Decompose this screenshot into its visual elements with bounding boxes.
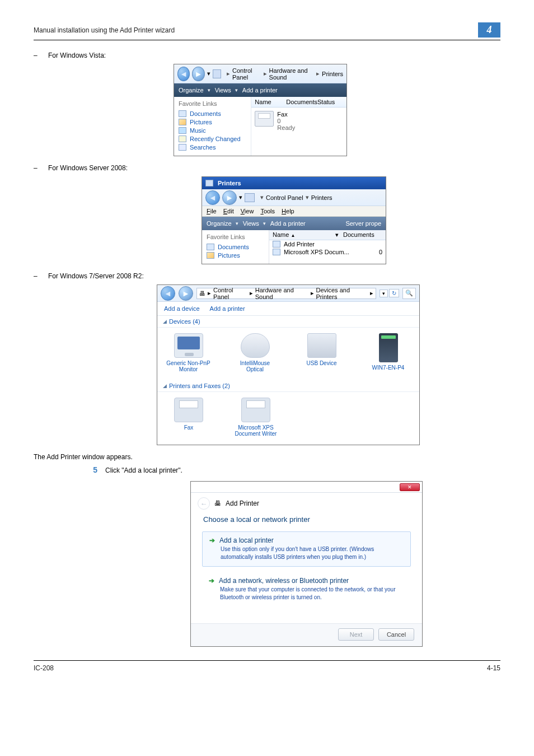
menu-tools[interactable]: Tools	[260, 208, 275, 214]
step-5-text: Click "Add a local printer".	[105, 466, 182, 474]
option-local-desc: Use this option only if you don't have a…	[221, 545, 404, 561]
nav-back-button[interactable]: ◄	[205, 190, 220, 205]
toolbar-views[interactable]: Views	[215, 87, 238, 94]
option-network-desc: Make sure that your computer is connecte…	[220, 586, 404, 601]
breadcrumb[interactable]: ▾ Control Panel ▾ Printers	[260, 194, 332, 201]
nav-back-button[interactable]: ◄	[161, 286, 175, 301]
device-fax[interactable]: Fax	[166, 398, 211, 437]
crumb-printers[interactable]: Printers	[322, 71, 343, 77]
bullet-text-vista: For Windows Vista:	[48, 52, 106, 59]
crumb-control-panel[interactable]: Control Panel	[266, 194, 303, 201]
favlink-searches[interactable]: Searches	[179, 144, 246, 151]
breadcrumb[interactable]: ▸ Control Panel ▸ Hardware and Sound ▸ P…	[227, 67, 343, 81]
menu-view[interactable]: View	[241, 208, 254, 214]
toolbar-add-printer[interactable]: Add a printer	[242, 87, 278, 94]
pictures-icon	[207, 252, 214, 259]
music-icon	[179, 127, 186, 134]
list-item-xps[interactable]: Microsoft XPS Docum... 0	[269, 248, 386, 256]
device-usb[interactable]: USB Device	[299, 333, 344, 372]
search-input[interactable]: 🔍	[402, 288, 416, 299]
nav-forward-button[interactable]: ►	[192, 67, 204, 81]
toolbar-organize[interactable]: Organize	[179, 87, 210, 94]
dialog-title: Add Printer	[226, 500, 259, 507]
step-number-5: 5	[90, 465, 97, 474]
page-header-title: Manual installation using the Add Printe…	[34, 26, 175, 34]
menu-file[interactable]: File	[207, 208, 217, 214]
add-printer-link[interactable]: Add a printer	[210, 305, 245, 312]
devices-icon: 🖶	[199, 290, 205, 297]
list-item-add-printer[interactable]: Add Printer	[269, 240, 386, 248]
monitor-icon	[174, 333, 203, 358]
address-bar[interactable]: 🖶 ▸ Control Panel▸ Hardware and Sound▸ D…	[196, 288, 376, 299]
col-documents[interactable]: Documents	[343, 231, 382, 239]
fax-icon	[174, 398, 203, 422]
col-name[interactable]: Name ▲	[273, 231, 335, 239]
nav-forward-button[interactable]: ►	[179, 286, 193, 301]
column-headers[interactable]: Name ▲ ▾ Documents	[269, 230, 386, 240]
printer-item-fax[interactable]: Fax 0 Ready	[251, 108, 346, 134]
favlink-documents[interactable]: Documents	[207, 244, 264, 250]
collapse-icon: ◢	[163, 383, 167, 389]
favlink-documents[interactable]: Documents	[179, 110, 246, 117]
arrow-icon: ➔	[209, 536, 215, 544]
device-xps[interactable]: Microsoft XPS Document Writer	[233, 398, 278, 437]
toolbar-add-printer[interactable]: Add a printer	[270, 220, 306, 227]
printer-icon	[273, 249, 280, 255]
option-add-network-printer[interactable]: ➔Add a network, wireless or Bluetooth pr…	[202, 572, 411, 606]
fax-icon	[255, 111, 274, 127]
confirmation-text: The Add Printer window appears.	[34, 453, 500, 461]
footer-page-number: 4-15	[487, 664, 500, 672]
col-sep: ▾	[335, 231, 343, 239]
crumb-control-panel[interactable]: Control Panel	[232, 67, 261, 81]
col-documents[interactable]: Documents	[286, 99, 317, 105]
refresh-button[interactable]: ↻	[389, 289, 399, 297]
toolbar-organize[interactable]: Organize	[207, 220, 238, 227]
add-printer-icon	[273, 241, 280, 248]
toolbar-views[interactable]: Views	[243, 220, 266, 227]
arrow-icon: ➔	[209, 577, 214, 585]
col-status[interactable]: Status	[317, 99, 343, 105]
group-devices-header[interactable]: ◢Devices (4)	[157, 316, 419, 328]
menu-bar[interactable]: File Edit View Tools Help	[202, 206, 386, 217]
add-device-link[interactable]: Add a device	[164, 305, 200, 312]
favorite-links-label: Favorite Links	[207, 234, 264, 240]
device-pc[interactable]: WIN7-EN-P4	[366, 333, 410, 372]
close-button[interactable]: ✕	[400, 483, 420, 491]
dialog-back-button[interactable]: ←	[198, 497, 210, 510]
recently-changed-icon	[179, 136, 186, 142]
documents-icon	[179, 110, 186, 117]
crumb-printers[interactable]: Printers	[311, 194, 332, 201]
search-icon: 🔍	[405, 290, 413, 297]
favlink-recent[interactable]: Recently Changed	[179, 136, 246, 142]
bullet-dash: –	[34, 52, 39, 59]
group-printers-header[interactable]: ◢Printers and Faxes (2)	[157, 380, 419, 392]
device-mouse[interactable]: IntelliMouse Optical	[233, 333, 277, 372]
cancel-button[interactable]: Cancel	[378, 628, 414, 641]
favlink-pictures[interactable]: Pictures	[207, 252, 264, 259]
next-button[interactable]: Next	[338, 628, 374, 641]
crumb-hardware-sound[interactable]: Hardware and Sound	[269, 67, 314, 81]
bullet-text-win7: For Windows 7/Server 2008 R2:	[48, 272, 144, 280]
bullet-dash: –	[34, 164, 39, 172]
menu-edit[interactable]: Edit	[223, 208, 234, 214]
menu-help[interactable]: Help	[282, 208, 294, 214]
option-add-local-printer[interactable]: ➔Add a local printer Use this option onl…	[202, 531, 411, 567]
searches-icon	[179, 144, 186, 151]
column-headers[interactable]: Name Documents Status	[251, 97, 346, 108]
col-name[interactable]: Name	[255, 99, 286, 105]
favorite-links-label: Favorite Links	[179, 100, 246, 107]
screenshot-server2008: Printers ◄ ► ▾ ▾ Control Panel ▾ Printer…	[202, 176, 386, 264]
favlink-pictures[interactable]: Pictures	[179, 119, 246, 125]
screenshot-add-printer-dialog: ✕ ← 🖶 Add Printer Choose a local or netw…	[190, 481, 423, 647]
addr-dropdown[interactable]: ▾	[380, 290, 388, 297]
nav-forward-button[interactable]: ►	[222, 190, 237, 205]
toolbar-server-properties[interactable]: Server prope	[345, 220, 381, 227]
nav-back-button[interactable]: ◄	[177, 67, 190, 81]
screenshot-win7: ◄ ► 🖶 ▸ Control Panel▸ Hardware and Soun…	[157, 284, 420, 445]
printer-folder-icon	[245, 193, 255, 202]
printer-icon	[241, 398, 270, 422]
screenshot-vista: ◄ ► ▾ ▸ Control Panel ▸ Hardware and Sou…	[174, 64, 347, 156]
favlink-music[interactable]: Music	[179, 127, 246, 134]
fax-name: Fax	[277, 111, 295, 118]
device-monitor[interactable]: Generic Non-PnP Monitor	[166, 333, 210, 372]
